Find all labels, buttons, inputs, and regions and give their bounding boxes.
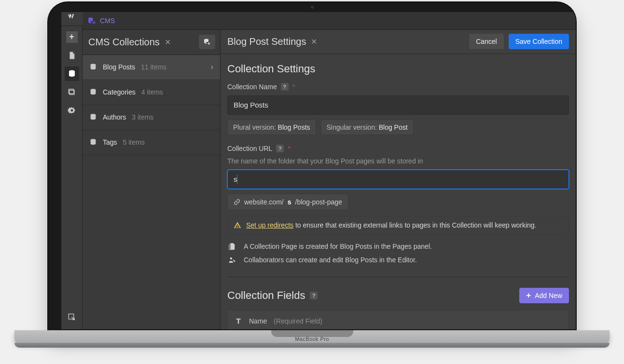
- singular-version-value: Blog Post: [379, 123, 408, 131]
- fields-list: Name(Required Field): [227, 310, 569, 329]
- laptop-foot: [14, 343, 610, 348]
- field-hint: (Required Field): [274, 317, 322, 325]
- text-caret: [237, 175, 237, 184]
- help-icon[interactable]: ?: [310, 292, 318, 299]
- collection-url-label: Collection URL: [227, 145, 272, 152]
- collection-name: Categories: [103, 88, 136, 96]
- collections-panel-title: CMS Collections: [88, 37, 160, 48]
- info-collaborators: Collaborators can create and edit Blog P…: [227, 256, 569, 264]
- collection-name-input[interactable]: [227, 95, 569, 115]
- rail-pages-button[interactable]: [65, 48, 79, 63]
- collection-item[interactable]: Blog Posts11 items›: [83, 55, 220, 80]
- collection-name: Blog Posts: [103, 63, 135, 71]
- collection-fields-heading: Collection Fields: [227, 289, 305, 302]
- redirects-alert: Set up redirects to ensure that existing…: [227, 216, 569, 234]
- collection-name: Authors: [103, 113, 126, 121]
- page-icon: [227, 242, 237, 251]
- database-icon: [89, 138, 97, 146]
- device-label: MacBook Pro: [48, 336, 576, 342]
- new-collection-button[interactable]: [199, 35, 215, 49]
- redirects-alert-text: to ensure that existing external links t…: [293, 221, 536, 229]
- section-divider: [227, 277, 569, 277]
- collection-item[interactable]: Categories4 items: [83, 80, 220, 105]
- singular-version-label: Singular version:: [327, 123, 377, 131]
- collection-count: 3 items: [132, 113, 153, 121]
- settings-panel-header: Blog Post Settings ✕ Cancel Save Collect…: [221, 30, 576, 54]
- database-icon: [89, 113, 97, 121]
- url-preview-slug: s: [288, 198, 291, 206]
- text-field-icon: [235, 317, 242, 325]
- settings-panel-body: Collection Settings Collection Name ? *: [221, 54, 576, 329]
- camera-dot: [311, 6, 314, 9]
- plus-icon: +: [526, 291, 531, 300]
- collections-panel-header: CMS Collections ✕: [83, 30, 220, 55]
- rail-add-button[interactable]: +: [65, 30, 79, 44]
- svg-point-11: [230, 257, 233, 260]
- help-icon[interactable]: ?: [281, 83, 289, 91]
- required-indicator: *: [288, 145, 290, 152]
- cms-app: CMS +: [61, 12, 576, 329]
- settings-panel: Blog Post Settings ✕ Cancel Save Collect…: [221, 30, 576, 329]
- plural-version-pill[interactable]: Plural version: Blog Posts: [227, 120, 316, 135]
- rail-settings-button[interactable]: [65, 103, 79, 118]
- brand-logo[interactable]: [61, 12, 83, 26]
- database-icon: [89, 88, 97, 96]
- required-indicator: *: [292, 83, 295, 91]
- setup-redirects-link[interactable]: Set up redirects: [246, 221, 293, 229]
- field-name: Name: [249, 317, 267, 325]
- field-row[interactable]: Name(Required Field): [227, 310, 569, 329]
- help-icon[interactable]: ?: [276, 145, 284, 152]
- chevron-right-icon: ›: [211, 63, 213, 71]
- collection-settings-heading: Collection Settings: [227, 63, 569, 75]
- collections-panel: CMS Collections ✕ Blog Posts11 items›Cat…: [83, 30, 221, 329]
- plus-icon: +: [66, 31, 78, 43]
- plural-version-value: Blog Posts: [278, 123, 310, 131]
- url-preview-prefix: website.com/: [244, 198, 284, 206]
- rail-assets-button[interactable]: [65, 85, 79, 99]
- collection-item[interactable]: Tags5 items: [83, 130, 220, 155]
- database-icon: [89, 63, 97, 71]
- url-preview-suffix: /blog-post-page: [295, 198, 342, 206]
- collection-count: 4 items: [141, 88, 163, 96]
- add-new-label: Add New: [535, 292, 562, 299]
- collection-name-label: Collection Name: [227, 83, 277, 91]
- nav-rail: +: [61, 12, 83, 329]
- link-icon: [234, 199, 240, 205]
- cancel-button[interactable]: Cancel: [469, 34, 504, 49]
- warning-icon: [234, 221, 241, 229]
- collection-item[interactable]: Authors3 items: [83, 105, 220, 130]
- collection-count: 11 items: [141, 63, 166, 71]
- save-button[interactable]: Save Collection: [509, 34, 569, 49]
- info-collaborators-text: Collaborators can create and edit Blog P…: [244, 256, 417, 264]
- singular-version-pill[interactable]: Singular version: Blog Post: [321, 120, 414, 135]
- collection-count: 5 items: [123, 138, 145, 146]
- close-icon[interactable]: ✕: [311, 37, 317, 46]
- cms-brand-label: CMS: [100, 17, 115, 25]
- plural-version-label: Plural version:: [233, 123, 276, 131]
- cms-brand-icon: [87, 16, 96, 25]
- collections-list: Blog Posts11 items›Categories4 itemsAuth…: [83, 55, 220, 155]
- app-topbar: CMS: [61, 12, 576, 30]
- collection-url-input[interactable]: [227, 170, 569, 189]
- close-icon[interactable]: ✕: [165, 38, 171, 47]
- collaborator-icon: [227, 256, 237, 264]
- info-collection-page: A Collection Page is created for Blog Po…: [227, 242, 569, 251]
- collection-name: Tags: [103, 138, 117, 146]
- add-new-field-button[interactable]: + Add New: [519, 288, 569, 303]
- rail-export-button[interactable]: [65, 310, 79, 324]
- collection-url-preview: website.com/s/blog-post-page: [227, 194, 348, 210]
- settings-panel-title: Blog Post Settings: [227, 36, 306, 47]
- svg-point-1: [93, 22, 95, 23]
- rail-cms-button[interactable]: [65, 67, 79, 81]
- info-collection-page-text: A Collection Page is created for Blog Po…: [244, 243, 432, 250]
- collection-url-hint: The name of the folder that your Blog Po…: [227, 157, 569, 165]
